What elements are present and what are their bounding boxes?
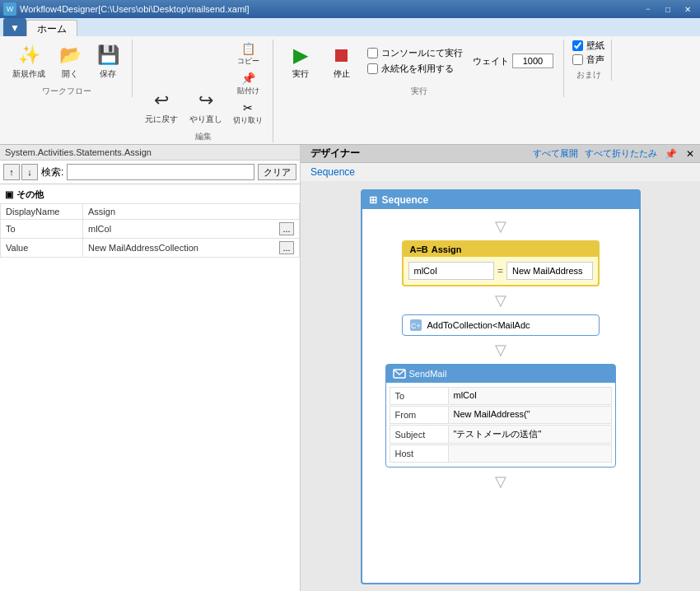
paste-button[interactable]: 📌 貼付け <box>230 69 266 98</box>
sendmail-field-value[interactable]: "テストメールの送信" <box>448 426 611 443</box>
main-layout: System.Activities.Statements.Assign ↑ ↓ … <box>0 145 700 591</box>
ribbon-group-extra: 壁紙 音声 おまけ <box>566 40 612 81</box>
assign-label: Assign <box>432 244 462 254</box>
properties-title: System.Activities.Statements.Assign <box>0 145 300 161</box>
assign-left[interactable]: mlCol <box>408 262 495 280</box>
run-icon: ▶ <box>287 42 314 68</box>
stop-button[interactable]: ⏹ 停止 <box>323 40 361 82</box>
assign-right[interactable]: New MailAddress <box>506 262 593 280</box>
arrow-2: ▽ <box>495 291 506 309</box>
ribbon-group-edit: ↩ 元に戻す ↪ やり直し 📋 コピー 📌 貼付け <box>134 40 273 142</box>
prop-edit-button[interactable]: ... <box>279 222 294 235</box>
sendmail-body: To mlColFrom New MailAddress("Subject "テ… <box>386 383 615 467</box>
maximize-button[interactable]: □ <box>659 2 677 16</box>
pin-button[interactable]: 📌 <box>664 147 677 161</box>
window-title: Workflow4Designer[C:\Users\obi\Desktop\m… <box>20 4 250 14</box>
ribbon-content: ✨ 新規作成 📂 開く 💾 保存 ワークフロー ↩ 元に戻す <box>0 36 700 144</box>
prop-value[interactable]: mlCol ... <box>83 220 300 239</box>
collection-icon: C+ <box>409 319 422 332</box>
wallpaper-checkbox[interactable] <box>572 40 583 51</box>
list-item: Subject "テストメールの送信" <box>390 425 612 444</box>
copy-icon: 📋 <box>240 41 256 56</box>
sound-checkbox[interactable] <box>572 54 583 65</box>
undo-button[interactable]: ↩ 元に戻す <box>141 85 182 128</box>
folder-icon: 📂 <box>57 42 83 68</box>
list-item: To mlCol <box>390 387 612 405</box>
list-item: From New MailAddress(" <box>390 406 612 424</box>
ribbon-tab-menu[interactable]: ▼ <box>3 18 26 36</box>
save-icon: 💾 <box>95 42 121 68</box>
expand-all-button[interactable]: すべて展開 <box>533 147 578 160</box>
minimize-button[interactable]: － <box>639 2 657 16</box>
sendmail-block[interactable]: SendMail To mlColFrom New MailAddress("S… <box>385 364 616 468</box>
title-bar: W Workflow4Designer[C:\Users\obi\Desktop… <box>0 0 700 18</box>
sendmail-field-value[interactable]: New MailAddress(" <box>448 407 611 423</box>
persist-checkbox[interactable] <box>367 63 378 74</box>
assign-icon: A=B <box>410 244 428 254</box>
section-other-header[interactable]: ▣ その他 <box>0 186 300 203</box>
assign-block[interactable]: A=B Assign mlCol = New MailAddress <box>402 240 600 286</box>
sendmail-field-value[interactable] <box>448 445 611 462</box>
sendmail-field-label: To <box>390 389 448 403</box>
search-input[interactable] <box>67 164 254 180</box>
prop-name: Value <box>1 239 83 258</box>
assign-body: mlCol = New MailAddress <box>404 257 598 285</box>
prop-name: DisplayName <box>1 204 83 220</box>
sequence-icon: ⊞ <box>369 194 377 206</box>
sequence-header: ⊞ Sequence <box>362 191 639 209</box>
prop-name: To <box>1 220 83 239</box>
sendmail-field-label: Subject <box>390 427 448 442</box>
prop-edit-button[interactable]: ... <box>279 241 294 254</box>
ribbon-group-execution: ▶ 実行 ⏹ 停止 コンソールにて実行 永続化を利用する <box>275 40 564 97</box>
sendmail-label: SendMail <box>409 369 447 379</box>
prop-value[interactable]: New MailAddressCollection ... <box>83 239 300 258</box>
sendmail-header: SendMail <box>386 365 615 383</box>
designer-controls: すべて展開 すべて折りたたみ 📌 ✕ <box>533 147 697 161</box>
redo-button[interactable]: ↪ やり直し <box>185 85 226 128</box>
stop-icon: ⏹ <box>329 42 355 68</box>
sort-desc-button[interactable]: ↓ <box>21 164 38 180</box>
close-button[interactable]: ✕ <box>679 2 697 16</box>
edit-group-label: 編集 <box>141 129 266 142</box>
sequence-label: Sequence <box>382 194 429 206</box>
designer-canvas[interactable]: ⊞ Sequence ▽ A=B Assign mlCol = <box>301 181 700 591</box>
sequence-container: ⊞ Sequence ▽ A=B Assign mlCol = <box>361 189 641 584</box>
cut-button[interactable]: ✂ 切り取り <box>230 99 266 128</box>
collapse-all-button[interactable]: すべて折りたたみ <box>585 147 657 160</box>
ribbon-group-workflow: ✨ 新規作成 📂 開く 💾 保存 ワークフロー <box>2 40 133 97</box>
ribbon-tab-home[interactable]: ホーム <box>26 20 77 36</box>
designer-title: デザイナー <box>304 147 366 161</box>
breadcrumb[interactable]: Sequence <box>301 163 700 181</box>
run-button[interactable]: ▶ 実行 <box>282 40 320 82</box>
assign-eq: = <box>497 265 503 277</box>
redo-icon: ↪ <box>193 87 219 114</box>
props-table: DisplayName AssignTo mlCol ... Value New… <box>0 203 300 258</box>
paste-icon: 📌 <box>240 71 256 86</box>
sort-asc-button[interactable]: ↑ <box>3 164 20 180</box>
search-icons: ↑ ↓ <box>3 164 38 180</box>
new-button[interactable]: ✨ 新規作成 <box>8 40 49 82</box>
console-checkbox[interactable] <box>367 48 378 58</box>
save-button[interactable]: 💾 保存 <box>91 40 125 82</box>
table-row: To mlCol ... <box>1 220 300 239</box>
open-button[interactable]: 📂 開く <box>53 40 87 82</box>
extra-group-label: おまけ <box>572 67 604 81</box>
undo-icon: ↩ <box>148 87 175 114</box>
ribbon-tabs: ▼ ホーム <box>0 18 700 36</box>
sequence-body: ▽ A=B Assign mlCol = New MailAddress <box>362 209 639 499</box>
clear-button[interactable]: クリア <box>258 164 296 180</box>
designer-close-button[interactable]: ✕ <box>684 147 697 161</box>
weight-input[interactable] <box>512 54 553 68</box>
copy-button[interactable]: 📋 コピー <box>230 40 266 68</box>
execution-group-label: 実行 <box>282 84 557 97</box>
prop-value: Assign <box>83 204 300 220</box>
props-section: ▣ その他 DisplayName AssignTo mlCol ... Val… <box>0 184 300 259</box>
add-to-collection-block[interactable]: C+ AddToCollection<MailAdc <box>402 314 600 336</box>
table-row: DisplayName Assign <box>1 204 300 220</box>
sendmail-field-value[interactable]: mlCol <box>448 388 611 404</box>
arrow-3: ▽ <box>495 341 506 359</box>
designer-header: デザイナー すべて展開 すべて折りたたみ 📌 ✕ <box>301 145 700 163</box>
workflow-group-label: ワークフロー <box>8 84 125 97</box>
add-to-collection-label: AddToCollection<MailAdc <box>427 320 530 330</box>
arrow-4: ▽ <box>495 472 506 491</box>
